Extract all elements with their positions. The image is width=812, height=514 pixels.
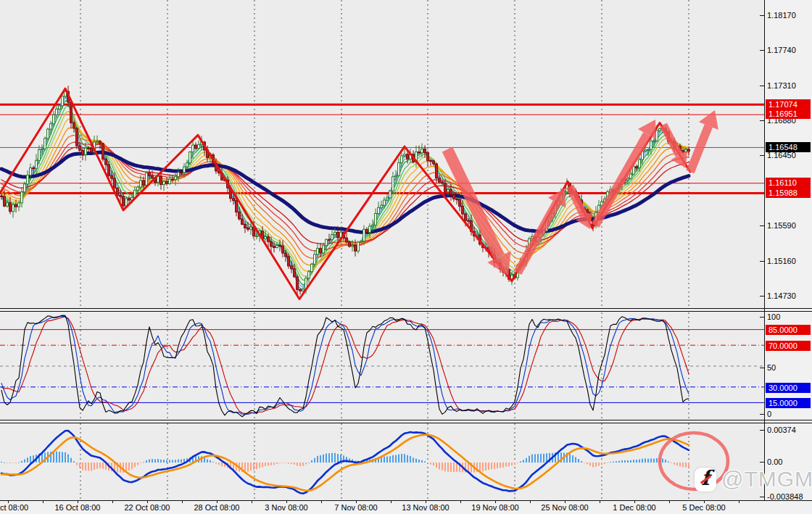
- candle-body: [169, 179, 171, 183]
- candle-body: [323, 246, 325, 253]
- histogram-bar: [85, 463, 86, 471]
- candle-body: [244, 224, 246, 228]
- histogram-bar: [502, 463, 504, 468]
- trading-chart-window: f @TMGM 1.181701.177401.173101.168801.16…: [0, 0, 812, 514]
- histogram-bar: [212, 462, 214, 463]
- candle-body: [270, 241, 273, 246]
- candle-body: [85, 148, 87, 154]
- histogram-bar: [157, 459, 159, 463]
- histogram-bar: [59, 452, 60, 463]
- candle-body: [645, 150, 647, 152]
- macd-signal-line: [1, 435, 689, 491]
- date-label: 5 Dec 08:00: [682, 503, 725, 512]
- candle-body: [88, 148, 90, 149]
- panel-separator[interactable]: [0, 308, 812, 309]
- time-axis-tick: [391, 501, 392, 503]
- candle-body: [407, 154, 409, 159]
- histogram-bar: [218, 463, 220, 465]
- histogram-bar: [607, 463, 608, 463]
- histogram-bar: [88, 463, 89, 471]
- macd-panel-canvas[interactable]: [0, 423, 765, 499]
- histogram-bar: [294, 463, 295, 465]
- candle-body: [355, 245, 357, 251]
- histogram-bar: [259, 463, 260, 468]
- panel-separator[interactable]: [0, 420, 812, 420]
- candle-body: [682, 151, 684, 152]
- candle-body: [334, 232, 336, 234]
- price-axis-strip[interactable]: [765, 0, 812, 500]
- histogram-bar: [636, 460, 637, 463]
- histogram-bar: [299, 463, 301, 466]
- candle-body: [450, 189, 452, 194]
- arrow-shaft: [447, 149, 499, 257]
- histogram-bar: [662, 459, 663, 463]
- time-axis-tick: [252, 501, 252, 503]
- histogram-bar: [682, 463, 684, 467]
- histogram-bar: [537, 454, 539, 463]
- candle-body: [349, 242, 351, 246]
- histogram-bar: [291, 463, 292, 464]
- broker-watermark: f @TMGM: [695, 467, 812, 492]
- panel-separator[interactable]: [0, 311, 812, 312]
- histogram-bar: [326, 454, 327, 463]
- candle-body: [41, 149, 44, 149]
- candle-body: [401, 156, 403, 162]
- histogram-bar: [410, 456, 411, 463]
- candle-body: [76, 128, 78, 146]
- histogram-bar: [436, 463, 437, 468]
- stochastic-panel-canvas[interactable]: [0, 312, 765, 420]
- histogram-bar: [624, 460, 626, 463]
- candle-body: [688, 149, 690, 151]
- histogram-bar: [221, 463, 223, 466]
- histogram-bar: [534, 454, 536, 463]
- histogram-bar: [497, 463, 498, 468]
- time-axis-strip[interactable]: ct 08:0016 Oct 08:0022 Oct 08:0028 Oct 0…: [0, 500, 812, 514]
- candle-body: [21, 192, 23, 203]
- candle-body: [125, 199, 128, 206]
- histogram-bar: [404, 454, 405, 463]
- histogram-bar: [627, 460, 629, 463]
- histogram-bar: [572, 455, 573, 463]
- panel-separator[interactable]: [0, 423, 812, 423]
- histogram-bar: [152, 459, 153, 463]
- histogram-bar: [24, 460, 25, 463]
- candle-body: [360, 241, 362, 242]
- candle-body: [198, 144, 200, 148]
- histogram-bar: [317, 456, 318, 463]
- histogram-bar: [601, 463, 602, 465]
- candle-body: [241, 219, 244, 224]
- histogram-bar: [494, 463, 495, 469]
- histogram-bar: [70, 458, 72, 463]
- histogram-bar: [413, 458, 414, 463]
- candle-body: [650, 141, 652, 150]
- histogram-bar: [308, 463, 310, 463]
- candle-body: [439, 178, 441, 183]
- date-label: 16 Oct 08:00: [55, 503, 101, 512]
- time-axis-tick: [600, 501, 600, 503]
- candle-body: [70, 102, 72, 123]
- histogram-bar: [247, 463, 249, 472]
- candlesticks: [1, 86, 690, 296]
- histogram-bar: [676, 463, 678, 465]
- histogram-bar: [96, 463, 98, 469]
- histogram-bar: [268, 463, 269, 465]
- histogram-bar: [442, 463, 443, 471]
- candle-body: [436, 164, 438, 178]
- main-chart-canvas[interactable]: [0, 0, 765, 308]
- candle-body: [73, 123, 75, 128]
- candle-body: [647, 149, 650, 150]
- candle-body: [195, 145, 197, 148]
- candle-body: [18, 203, 20, 207]
- candle-body: [279, 245, 281, 246]
- histogram-bar: [424, 461, 426, 463]
- candle-body: [163, 181, 165, 184]
- candle-body: [346, 238, 348, 242]
- candle-body: [326, 239, 328, 245]
- candle-body: [239, 212, 241, 219]
- candle-body: [285, 253, 287, 257]
- candle-body: [462, 206, 464, 214]
- candle-body: [352, 245, 354, 246]
- histogram-bar: [305, 463, 307, 464]
- candle-body: [146, 173, 148, 185]
- histogram-bar: [407, 455, 408, 463]
